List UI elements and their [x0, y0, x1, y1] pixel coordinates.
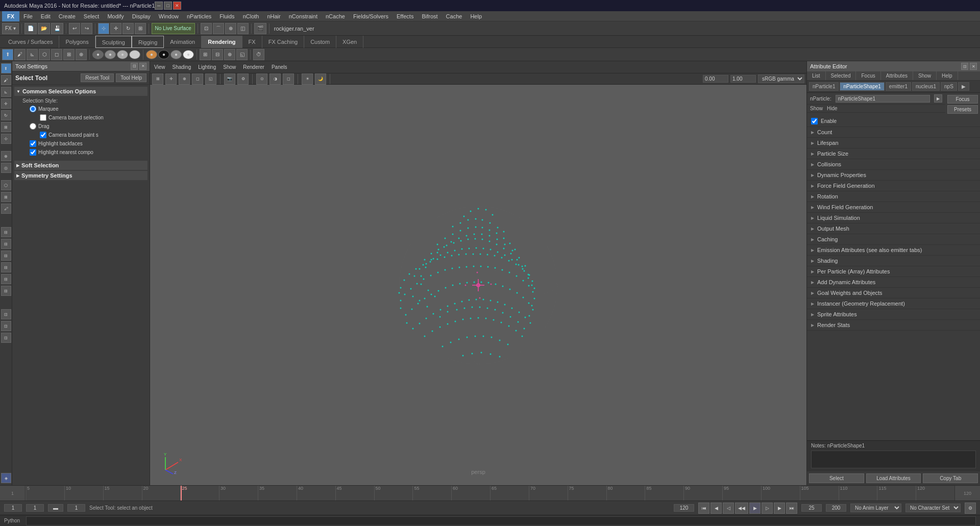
attr-section-instancer[interactable]: ▶ Instancer (Geometry Replacement) — [807, 298, 980, 309]
attr-section-lifespan[interactable]: ▶ Lifespan — [807, 138, 980, 148]
go-start-btn[interactable]: ⏮ — [698, 503, 709, 514]
near-clip-field[interactable] — [703, 75, 728, 83]
camera-settings-icon[interactable]: ⚙ — [237, 73, 249, 85]
next-frame-btn[interactable]: ▶ — [774, 503, 785, 514]
scale-btn[interactable]: ⊞ — [135, 23, 146, 34]
menu-help[interactable]: Help — [466, 11, 486, 21]
misc-icon1[interactable]: ⊞ — [200, 49, 211, 60]
tab-sculpting[interactable]: Sculpting — [95, 36, 132, 48]
attr-section-count[interactable]: ▶ Count — [807, 127, 980, 138]
tab-rendering[interactable]: Rendering — [202, 36, 242, 48]
white-sphere-icon[interactable]: ● — [183, 50, 194, 59]
vp-lighting-menu[interactable]: Lighting — [196, 64, 218, 70]
attr-tab-attributes[interactable]: Attributes — [881, 71, 913, 80]
reset-tool-btn[interactable]: Reset Tool — [81, 73, 114, 82]
panel-close-btn[interactable]: ✕ — [139, 63, 146, 70]
timeline-ruler[interactable]: 5 10 15 20 25 30 35 40 45 50 55 60 65 70… — [26, 486, 954, 500]
toolbar-fx-dropdown[interactable]: FX ▾ — [2, 23, 19, 34]
highlight-nearest-check[interactable] — [30, 149, 36, 156]
snap-point-btn[interactable]: ⊕ — [225, 23, 236, 34]
attr-section-output-mesh[interactable]: ▶ Output Mesh — [807, 223, 980, 234]
select-btn[interactable]: ⊹ — [98, 23, 109, 34]
xray-icon[interactable]: ⊙ — [256, 73, 267, 85]
obj-tab-scroll-right[interactable]: ▶ — [958, 82, 969, 91]
camera-dolly-icon[interactable]: ⊞ — [152, 73, 163, 85]
black-sphere-icon[interactable]: ● — [158, 50, 169, 59]
attr-section-wind-field[interactable]: ▶ Wind Field Generation — [807, 202, 980, 213]
marquee-radio[interactable] — [30, 106, 36, 112]
misc-icon2[interactable]: ⊟ — [212, 49, 223, 60]
hierarchy-icon[interactable]: ⊞ — [63, 49, 75, 60]
menu-bifrost[interactable]: Bifrost — [418, 11, 442, 21]
tab-custom[interactable]: Custom — [304, 36, 336, 48]
layout-icon1[interactable]: ⊟ — [1, 227, 11, 237]
attr-section-collisions[interactable]: ▶ Collisions — [807, 159, 980, 170]
menu-fields-solvers[interactable]: Fields/Solvers — [349, 11, 393, 21]
layout-icon4[interactable]: ⊟ — [1, 262, 11, 272]
menu-create[interactable]: Create — [55, 11, 80, 21]
misc-icon5[interactable]: ⊡ — [1, 309, 11, 319]
tab-fx-caching[interactable]: FX Caching — [262, 36, 304, 48]
misc-icon3[interactable]: ⊕ — [224, 49, 235, 60]
move-tool-icon[interactable]: ✛ — [1, 98, 11, 109]
menu-edit[interactable]: Edit — [37, 11, 55, 21]
current-time-field[interactable] — [801, 504, 822, 512]
object-icon[interactable]: ◻ — [51, 49, 62, 60]
viewport-canvas[interactable]: X Y Z persp — [150, 85, 806, 485]
attr-section-liquid-sim[interactable]: ▶ Liquid Simulation — [807, 213, 980, 223]
lattice-icon[interactable]: ⊞ — [1, 192, 11, 202]
nparticle-value-input[interactable] — [836, 95, 930, 103]
redo-btn[interactable]: ↪ — [81, 23, 92, 34]
snap-view-btn[interactable]: ◫ — [237, 23, 249, 34]
attr-tab-focus[interactable]: Focus — [856, 71, 880, 80]
tab-animation[interactable]: Animation — [164, 36, 202, 48]
render-btn[interactable]: 🎬 — [254, 23, 266, 34]
move-btn[interactable]: ✛ — [110, 23, 121, 34]
lighting-icon1[interactable]: ☀ — [302, 73, 313, 85]
obj-tab-nparticle1[interactable]: nParticle1 — [809, 82, 839, 91]
menu-select[interactable]: Select — [80, 11, 104, 21]
vp-shading-menu[interactable]: Shading — [170, 64, 193, 70]
copy-tab-button[interactable]: Copy Tab — [923, 473, 978, 483]
vp-renderer-menu[interactable]: Renderer — [241, 64, 266, 70]
end-time-field[interactable] — [826, 504, 846, 512]
layout-icon2[interactable]: ⊟ — [1, 239, 11, 249]
attr-section-force-field[interactable]: ▶ Force Field Generation — [807, 181, 980, 191]
menu-modify[interactable]: Modify — [103, 11, 128, 21]
attr-section-emission[interactable]: ▶ Emission Attributes (see also emitter … — [807, 245, 980, 256]
misc-icon4[interactable]: ◱ — [236, 49, 248, 60]
close-button[interactable]: ✕ — [173, 2, 181, 10]
menu-nparticles[interactable]: nParticles — [183, 11, 215, 21]
bottom-icon[interactable]: ◈ — [1, 473, 11, 483]
attr-section-dynamic-properties[interactable]: ▶ Dynamic Properties — [807, 170, 980, 181]
menu-fluids[interactable]: Fluids — [215, 11, 238, 21]
tab-fx[interactable]: FX — [242, 36, 262, 48]
sculpt-icon[interactable]: 🖊 — [1, 204, 11, 214]
attr-tab-list[interactable]: List — [807, 71, 826, 80]
panel-float-btn[interactable]: ⊡ — [131, 63, 138, 70]
vp-panels-menu[interactable]: Panels — [270, 64, 289, 70]
far-clip-field[interactable] — [730, 75, 756, 83]
snap-icon[interactable]: ⊕ — [1, 151, 11, 161]
attr-tab-show[interactable]: Show — [913, 71, 937, 80]
maximize-button[interactable]: □ — [164, 2, 172, 10]
frame-all-icon[interactable]: ◻ — [192, 73, 203, 85]
soft-selection-header[interactable]: ▶ Soft Selection — [14, 161, 148, 170]
world-icon[interactable]: ⊕ — [76, 49, 87, 60]
enable-checkbox[interactable] — [811, 118, 818, 124]
anim-layer-dropdown[interactable]: No Anim Layer — [850, 504, 901, 512]
camera-based-paint-check[interactable] — [40, 132, 46, 138]
next-key-btn[interactable]: ▷ — [762, 503, 773, 514]
layout-icon6[interactable]: ⊟ — [1, 286, 11, 296]
color-profile-dropdown[interactable]: sRGB gamma — [758, 74, 804, 83]
component-icon[interactable]: ⬡ — [39, 49, 50, 60]
wireframe-icon[interactable]: ◻ — [283, 73, 294, 85]
menu-display[interactable]: Display — [128, 11, 155, 21]
attr-section-shading[interactable]: ▶ Shading — [807, 256, 980, 266]
circle-icon4[interactable]: ● — [129, 50, 140, 59]
obj-tab-nucleus1[interactable]: nucleus1 — [912, 82, 940, 91]
play-back-btn[interactable]: ◀◀ — [735, 503, 748, 514]
universal-icon[interactable]: ☩ — [1, 134, 11, 144]
save-btn[interactable]: 💾 — [51, 23, 63, 34]
highlight-backfaces-check[interactable] — [30, 140, 36, 147]
